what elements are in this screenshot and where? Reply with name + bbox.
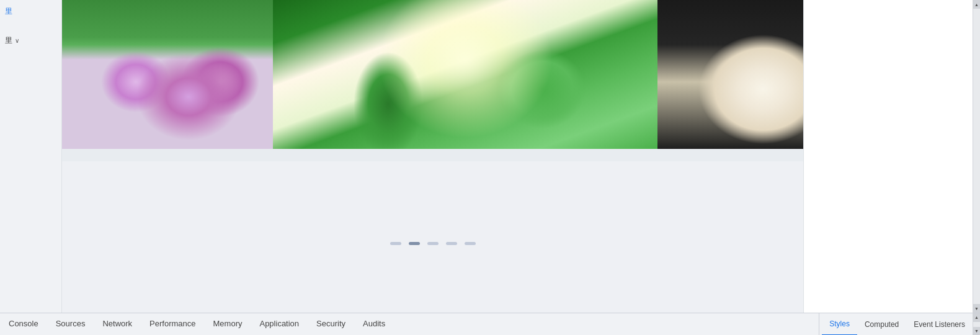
dot-5[interactable] bbox=[465, 242, 476, 245]
bottom-scroll-down[interactable]: ▼ bbox=[973, 327, 981, 336]
tab-application[interactable]: Application bbox=[251, 313, 308, 336]
dot-1[interactable] bbox=[390, 242, 401, 245]
devtools-right-section: Styles Computed Event Listeners ▲ ▼ bbox=[819, 313, 980, 336]
sidebar-chevron: ∨ bbox=[15, 37, 19, 44]
devtools-content-area: ▲ ▼ bbox=[804, 0, 980, 313]
tab-event-listeners[interactable]: Event Listeners bbox=[906, 313, 973, 336]
devtools-right-tabs: Styles Computed Event Listeners bbox=[822, 313, 973, 336]
image-strip bbox=[62, 0, 803, 161]
sidebar-item-1[interactable]: 里 bbox=[5, 6, 56, 17]
scroll-down-btn[interactable]: ▼ bbox=[973, 304, 981, 313]
sidebar-text-2: 里 bbox=[5, 35, 12, 46]
dot-indicators bbox=[390, 242, 476, 245]
sidebar-text-1: 里 bbox=[5, 6, 12, 17]
tab-performance[interactable]: Performance bbox=[141, 313, 204, 336]
devtools-scrollbar[interactable]: ▲ ▼ bbox=[973, 0, 980, 313]
devtools-bottom-bar: Console Sources Network Performance Memo… bbox=[0, 313, 980, 335]
bottom-scrollbar[interactable]: ▲ ▼ bbox=[973, 313, 980, 336]
bottom-scroll-up[interactable]: ▲ bbox=[973, 313, 981, 322]
sidebar-item-2[interactable]: 里 ∨ bbox=[5, 35, 56, 46]
gallery-content-below bbox=[62, 161, 803, 313]
devtools-panel: ▲ ▼ bbox=[803, 0, 980, 313]
devtools-content bbox=[804, 0, 973, 313]
sidebar: 里 里 ∨ bbox=[0, 0, 62, 313]
dot-3[interactable] bbox=[427, 242, 439, 245]
image-green-leaves[interactable] bbox=[273, 0, 657, 149]
image-white-rose[interactable] bbox=[657, 0, 803, 149]
dot-4[interactable] bbox=[446, 242, 457, 245]
tab-memory[interactable]: Memory bbox=[205, 313, 251, 336]
image-pink-flowers[interactable] bbox=[62, 0, 273, 149]
tab-computed[interactable]: Computed bbox=[857, 313, 906, 336]
bottom-tabs-left: Console Sources Network Performance Memo… bbox=[0, 313, 819, 336]
dot-2[interactable] bbox=[409, 242, 420, 245]
gallery-container bbox=[62, 0, 803, 313]
tab-audits[interactable]: Audits bbox=[354, 313, 394, 336]
tab-security[interactable]: Security bbox=[308, 313, 354, 336]
tab-console[interactable]: Console bbox=[0, 313, 47, 336]
tab-network[interactable]: Network bbox=[94, 313, 141, 336]
tab-sources[interactable]: Sources bbox=[47, 313, 94, 336]
tab-styles[interactable]: Styles bbox=[822, 313, 857, 336]
scroll-up-btn[interactable]: ▲ bbox=[973, 0, 981, 9]
